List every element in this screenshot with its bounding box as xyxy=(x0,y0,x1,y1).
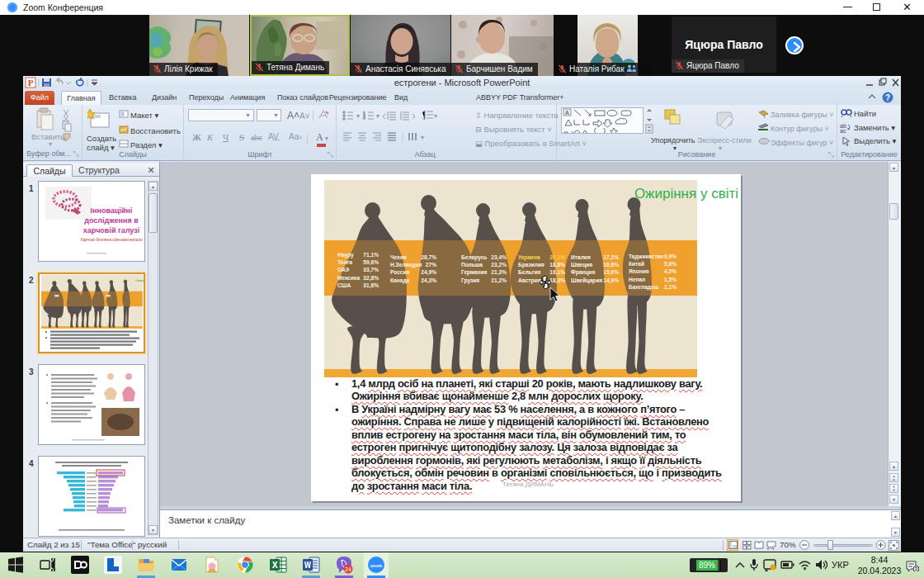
svg-text:A: A xyxy=(565,110,569,116)
svg-text:Харчові безпека одноматеріали: Харчові безпека одноматеріали xyxy=(79,237,143,242)
svg-text:▾: ▾ xyxy=(434,112,437,120)
svg-text:▾: ▾ xyxy=(376,112,380,120)
svg-text:▾: ▾ xyxy=(421,134,424,141)
svg-text:▾: ▾ xyxy=(356,112,360,120)
svg-text:ac: ac xyxy=(840,128,846,133)
svg-text:▮▮▮: ▮▮▮ xyxy=(54,294,59,297)
svg-text:24: 24 xyxy=(345,566,351,572)
svg-text:дослідження в: дослідження в xyxy=(84,216,139,225)
svg-text:Ожиріння у світі: Ожиріння у світі xyxy=(134,278,144,282)
svg-text:2: 2 xyxy=(363,115,365,120)
svg-text:zoom: zoom xyxy=(370,563,382,568)
svg-text:?: ? xyxy=(885,93,890,102)
svg-text:Інноваційні: Інноваційні xyxy=(91,206,133,215)
svg-text:харчовій галузі: харчовій галузі xyxy=(83,226,139,235)
svg-text:▮▮▮: ▮▮▮ xyxy=(106,294,111,297)
